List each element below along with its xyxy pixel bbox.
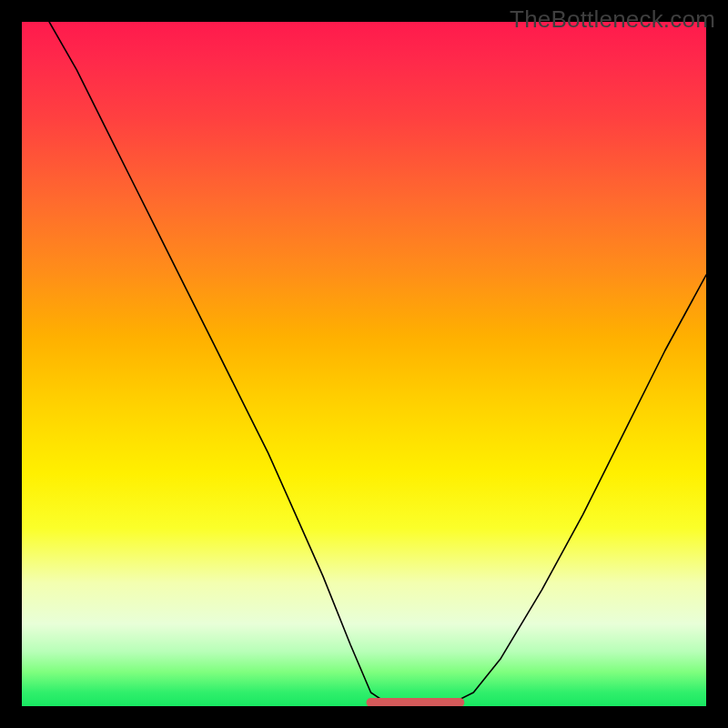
- bottleneck-curve: [49, 22, 706, 706]
- watermark-text: TheBottleneck.com: [510, 5, 715, 34]
- chart-container: TheBottleneck.com: [0, 0, 728, 728]
- plot-area: [22, 22, 706, 706]
- chart-svg: [22, 22, 706, 706]
